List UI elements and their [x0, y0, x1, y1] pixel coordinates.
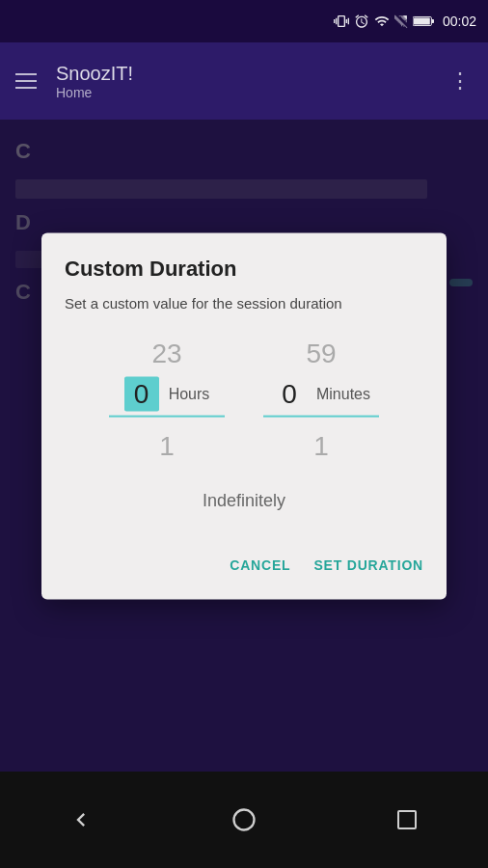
hours-current-wrap: 0 Hours — [109, 377, 225, 412]
app-title-block: SnoozIT! Home — [56, 63, 449, 100]
hamburger-line-2 — [15, 80, 37, 82]
indefinitely-text: Indefinitely — [65, 483, 423, 519]
hours-value[interactable]: 0 — [124, 377, 159, 412]
status-time: 00:02 — [443, 14, 476, 29]
back-button[interactable] — [64, 802, 98, 837]
app-title: SnoozIT! — [56, 63, 449, 85]
svg-rect-1 — [431, 19, 434, 23]
svg-rect-2 — [414, 17, 430, 24]
minutes-label: Minutes — [316, 386, 370, 403]
battery-icon — [413, 15, 434, 27]
hamburger-menu-button[interactable] — [15, 73, 37, 89]
minutes-underline — [263, 416, 379, 418]
app-subtitle: Home — [56, 85, 449, 100]
vibrate-icon — [334, 14, 349, 29]
hours-underline — [109, 416, 225, 418]
recents-button[interactable] — [390, 802, 424, 837]
minutes-current-inner: 0 Minutes — [272, 377, 370, 412]
recents-icon — [395, 808, 419, 831]
cancel-button[interactable]: CANCEL — [230, 550, 290, 581]
home-button[interactable] — [227, 802, 261, 837]
hours-label: Hours — [169, 386, 210, 403]
dialog-title: Custom Duration — [65, 257, 423, 282]
hamburger-line-3 — [15, 87, 37, 89]
main-content: C D C Custom Duration Set a custom value… — [0, 120, 488, 772]
wifi-icon — [374, 14, 390, 29]
minutes-current-wrap: 0 Minutes — [263, 377, 379, 412]
hours-current-inner: 0 Hours — [124, 377, 210, 412]
dialog-subtitle: Set a custom value for the session durat… — [65, 293, 423, 313]
dialog-actions: CANCEL SET DURATION — [65, 542, 423, 588]
spinners-row: 23 0 Hours 1 59 0 Minutes — [65, 337, 423, 464]
hours-above-value: 23 — [151, 337, 181, 371]
minutes-value[interactable]: 0 — [272, 377, 307, 412]
hamburger-line-1 — [15, 73, 37, 75]
svg-rect-4 — [398, 811, 416, 828]
svg-point-3 — [233, 810, 254, 830]
status-icons: 00:02 — [334, 14, 476, 29]
bottom-nav-bar — [0, 772, 488, 868]
minutes-above-value: 59 — [306, 337, 336, 371]
back-icon — [68, 806, 95, 833]
minutes-below-value: 1 — [313, 429, 329, 464]
minutes-spinner[interactable]: 59 0 Minutes 1 — [244, 337, 398, 464]
alarm-icon — [354, 14, 369, 29]
signal-icon — [394, 14, 408, 29]
status-bar: 00:02 — [0, 0, 488, 42]
hours-below-value: 1 — [159, 429, 175, 464]
custom-duration-dialog: Custom Duration Set a custom value for t… — [41, 233, 447, 600]
app-bar: SnoozIT! Home ⋮ — [0, 42, 488, 120]
set-duration-button[interactable]: SET DURATION — [313, 550, 423, 581]
more-options-button[interactable]: ⋮ — [449, 68, 473, 94]
home-circle-icon — [230, 806, 258, 833]
hours-spinner[interactable]: 23 0 Hours 1 — [90, 337, 244, 464]
